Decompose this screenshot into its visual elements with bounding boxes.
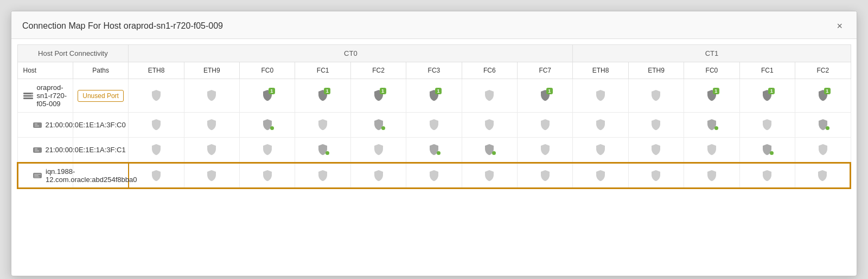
port-cell (795, 163, 851, 189)
iqn-icon (33, 172, 43, 179)
port-cell (628, 113, 684, 138)
port-cell (350, 163, 406, 189)
group-header-row: Host Port Connectivity CT0 CT1 (17, 45, 851, 62)
svg-rect-2 (23, 98, 33, 99)
port-shield-icon (149, 117, 164, 132)
col-ct1-fc0: FC0 (684, 62, 739, 79)
col-ct0-eth9: ETH9 (184, 62, 239, 79)
port-cell (573, 79, 628, 113)
port-shield-icon (704, 117, 719, 132)
port-cell (184, 138, 239, 163)
hba-icon (33, 122, 43, 128)
port-cell (462, 79, 517, 113)
port-shield-icon (149, 142, 164, 157)
port-shield-icon (260, 142, 275, 157)
svg-rect-14 (34, 177, 40, 178)
port-shield-icon (204, 88, 219, 103)
port-shield-icon: 1 (538, 88, 553, 103)
paths-cell: Unused Port (73, 79, 128, 113)
port-shield-icon (260, 168, 275, 183)
svg-rect-13 (34, 176, 39, 177)
table-row[interactable]: 21:00:00:0E:1E:1A:3F:C0 (17, 113, 851, 138)
port-cell (295, 138, 350, 163)
host-name-cell: 21:00:00:0E:1E:1A:3F:C1 (17, 138, 73, 163)
port-cell (184, 113, 239, 138)
port-cell (406, 163, 462, 189)
table-body: oraprod-sn1-r720-f05-009Unused Port 1 1 … (17, 79, 851, 189)
port-cell (684, 163, 739, 189)
port-cell: 1 (684, 79, 739, 113)
port-cell (739, 138, 795, 163)
port-shield-icon (260, 117, 275, 132)
port-shield-icon (593, 88, 608, 103)
port-cell (129, 138, 184, 163)
svg-rect-10 (35, 150, 39, 151)
port-shield-icon (482, 168, 497, 183)
host-name-text: oraprod-sn1-r720-f05-009 (37, 83, 71, 108)
port-shield-icon: 1 (260, 88, 275, 103)
port-shield-icon (204, 142, 219, 157)
port-cell (739, 113, 795, 138)
col-ct1-eth8: ETH8 (573, 62, 628, 79)
ct1-header: CT1 (573, 45, 851, 62)
port-shield-icon (815, 168, 830, 183)
port-shield-icon (593, 142, 608, 157)
port-cell: 1 (795, 79, 851, 113)
table-container: Host Port Connectivity CT0 CT1 Host Path… (11, 39, 857, 200)
port-cell (240, 138, 295, 163)
port-cell (350, 113, 406, 138)
hba-icon (33, 147, 43, 153)
port-cell (518, 138, 573, 163)
port-shield-icon (426, 168, 442, 183)
port-cell (518, 113, 573, 138)
svg-rect-5 (33, 122, 42, 128)
port-cell (350, 138, 406, 163)
close-button[interactable]: × (833, 20, 846, 32)
port-cell (795, 138, 851, 163)
table-row[interactable]: oraprod-sn1-r720-f05-009Unused Port 1 1 … (17, 79, 851, 113)
port-cell (184, 79, 239, 113)
dialog-header: Connection Map For Host oraprod-sn1-r720… (11, 11, 857, 39)
col-ct0-fc7: FC7 (518, 62, 573, 79)
port-shield-icon (482, 142, 497, 157)
port-shield-icon: 1 (371, 88, 386, 103)
port-shield-icon: 1 (426, 88, 442, 103)
port-shield-icon (648, 88, 663, 103)
svg-rect-8 (33, 147, 42, 153)
svg-rect-3 (31, 93, 33, 94)
col-host-label: Host (17, 62, 73, 79)
port-cell (295, 163, 350, 189)
port-shield-icon: 1 (315, 88, 330, 103)
port-shield-icon (482, 117, 497, 132)
port-shield-icon (315, 142, 330, 157)
port-shield-icon (371, 168, 386, 183)
table-row[interactable]: iqn.1988-12.com.oracle:abd254f8bba0 (17, 163, 851, 189)
col-ct1-fc1: FC1 (739, 62, 795, 79)
port-cell (129, 113, 184, 138)
host-name-cell: 21:00:00:0E:1E:1A:3F:C0 (17, 113, 73, 138)
dialog-title: Connection Map For Host oraprod-sn1-r720… (22, 21, 223, 31)
port-cell (573, 163, 628, 189)
table-row[interactable]: 21:00:00:0E:1E:1A:3F:C1 (17, 138, 851, 163)
port-shield-icon (315, 117, 330, 132)
host-server-icon (23, 92, 34, 100)
port-cell (406, 113, 462, 138)
port-shield-icon (426, 117, 442, 132)
port-cell (518, 163, 573, 189)
svg-rect-9 (35, 148, 37, 150)
port-shield-icon (815, 142, 831, 157)
port-cell (184, 163, 239, 189)
port-cell: 1 (739, 79, 795, 113)
port-cell: 1 (518, 79, 573, 113)
port-shield-icon (482, 88, 497, 103)
port-cell: 1 (350, 79, 406, 113)
col-ct0-fc0: FC0 (240, 62, 295, 79)
port-shield-icon (315, 168, 330, 183)
port-cell (240, 113, 295, 138)
port-cell (739, 163, 795, 189)
col-paths-label: Paths (73, 62, 128, 79)
svg-rect-4 (31, 95, 33, 96)
svg-rect-12 (34, 174, 41, 175)
port-cell (462, 113, 517, 138)
port-shield-icon: 1 (815, 88, 831, 103)
